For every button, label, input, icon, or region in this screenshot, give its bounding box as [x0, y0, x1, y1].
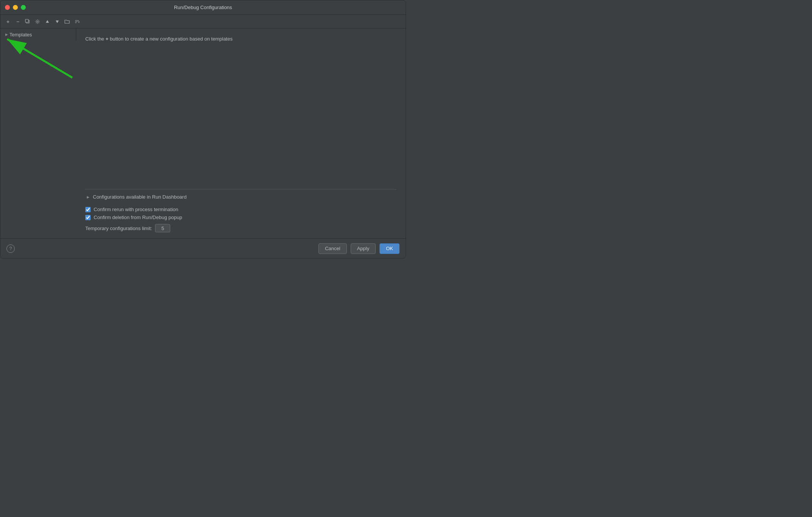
ok-button[interactable]: OK	[379, 243, 400, 254]
tree-item-templates-label: Templates	[9, 32, 32, 38]
apply-button[interactable]: Apply	[351, 243, 376, 254]
collapsible-label: Configurations available in Run Dashboar…	[93, 194, 187, 200]
remove-button[interactable]: −	[13, 17, 22, 26]
hint-text-body: button to create a new configuration bas…	[110, 36, 233, 42]
checkbox-deletion-label: Confirm deletion from Run/Debug popup	[94, 215, 182, 220]
svg-point-2	[37, 21, 38, 22]
temp-limit-input[interactable]: 5	[155, 224, 170, 232]
hint-text: Click the + button to create a new confi…	[85, 36, 397, 42]
checkbox-rerun[interactable]	[85, 207, 91, 212]
main-content: ▶ Templates Click the + button to create…	[0, 28, 406, 238]
settings-button[interactable]	[33, 17, 42, 26]
footer-buttons: Cancel Apply OK	[318, 243, 400, 254]
left-panel: ▶ Templates	[0, 28, 76, 41]
svg-rect-1	[25, 19, 28, 22]
tree-item-templates[interactable]: ▶ Templates	[0, 30, 76, 39]
footer: ? Cancel Apply OK	[0, 238, 406, 258]
svg-marker-4	[56, 20, 59, 23]
title-bar: Run/Debug Configurations	[0, 0, 406, 15]
move-up-button[interactable]	[43, 17, 52, 26]
copy-button[interactable]	[23, 17, 32, 26]
svg-line-9	[7, 39, 72, 78]
checkbox-deletion-row: Confirm deletion from Run/Debug popup	[85, 215, 397, 220]
minimize-button[interactable]	[13, 5, 18, 10]
spacer	[85, 48, 397, 189]
collapsible-arrow: ▶	[85, 194, 91, 200]
checkbox-rerun-label: Confirm rerun with process termination	[94, 207, 178, 212]
window-title: Run/Debug Configurations	[174, 5, 232, 10]
svg-marker-3	[46, 20, 49, 23]
temp-limit-label: Temporary configurations limit:	[85, 226, 152, 231]
close-button[interactable]	[5, 5, 10, 10]
help-button[interactable]: ?	[6, 244, 15, 253]
add-button[interactable]: +	[3, 17, 13, 26]
maximize-button[interactable]	[21, 5, 26, 10]
sort-button[interactable]	[72, 17, 82, 26]
temp-limit-row: Temporary configurations limit: 5	[85, 224, 397, 232]
checkbox-deletion[interactable]	[85, 215, 91, 220]
plus-highlight: +	[105, 36, 108, 42]
tree-arrow-templates: ▶	[3, 31, 9, 38]
move-down-button[interactable]	[53, 17, 62, 26]
left-panel-wrapper: ▶ Templates	[0, 28, 76, 238]
right-panel: Click the + button to create a new confi…	[76, 28, 406, 238]
bottom-section: ▶ Configurations available in Run Dashbo…	[85, 189, 397, 232]
checkbox-rerun-row: Confirm rerun with process termination	[85, 207, 397, 212]
collapsible-dashboard-row[interactable]: ▶ Configurations available in Run Dashbo…	[85, 189, 397, 202]
main-window: Run/Debug Configurations + −	[0, 0, 406, 258]
cancel-button[interactable]: Cancel	[318, 243, 346, 254]
traffic-lights	[5, 5, 26, 10]
folder-button[interactable]	[63, 17, 72, 26]
toolbar: + −	[0, 15, 406, 28]
